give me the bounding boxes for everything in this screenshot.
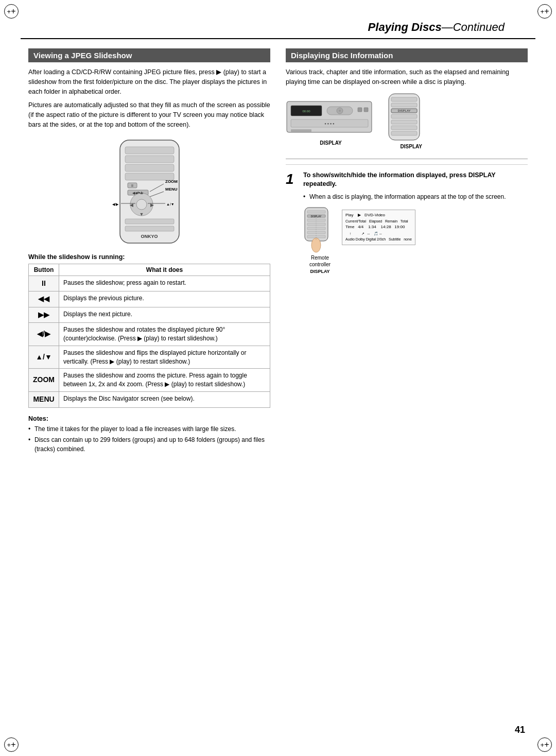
display-devices-area: 00:00 ● ● ● ● <box>286 91 528 149</box>
svg-rect-3 <box>125 164 174 171</box>
step-1-section: 1 To show/switch/hide the information di… <box>286 164 528 274</box>
svg-text:◀/▶: ◀/▶ <box>112 202 119 206</box>
main-content: Viewing a JPEG Slideshow After loading a… <box>0 48 556 455</box>
notes-section: Notes: The time it takes for the player … <box>28 415 270 454</box>
screen-info-content: Play ▶ DVD-Video Current/Total Elapsed R… <box>342 210 415 245</box>
display-label-remote: DISPLAY <box>401 144 422 149</box>
button-desc-rotate: Pauses the slideshow and rotates the dis… <box>59 323 270 346</box>
svg-text:DISPLAY: DISPLAY <box>311 215 322 218</box>
button-desc-next: Displays the next picture. <box>59 307 270 323</box>
svg-rect-38 <box>391 97 417 101</box>
svg-rect-1 <box>125 147 174 154</box>
display-label-device: DISPLAY <box>286 140 376 146</box>
table-row: ZOOM Pauses the slideshow and zooms the … <box>29 369 270 392</box>
svg-text:▲: ▲ <box>139 190 144 195</box>
svg-text:▶: ▶ <box>150 202 153 208</box>
table-row: ▶▶ Displays the next picture. <box>29 307 270 323</box>
table-row: II Pauses the slideshow; press again to … <box>29 276 270 291</box>
notes-title: Notes: <box>28 415 270 422</box>
svg-text:DISPLAY: DISPLAY <box>398 109 411 112</box>
section-divider <box>286 159 528 159</box>
controller-label: Remotecontroller <box>303 254 337 268</box>
svg-text:MENU: MENU <box>165 187 178 192</box>
svg-point-14 <box>136 199 147 210</box>
display-disc-header: Displaying Disc Information <box>286 48 528 62</box>
button-icon-next: ▶▶ <box>29 307 59 323</box>
right-column: Displaying Disc Information Various trac… <box>286 48 528 455</box>
screen-info-box: Play ▶ DVD-Video Current/Total Elapsed R… <box>342 207 415 245</box>
list-item: Discs can contain up to 299 folders (gro… <box>28 435 270 454</box>
svg-rect-36 <box>291 129 311 132</box>
svg-text:▼: ▼ <box>139 212 144 217</box>
reg-mark-tl: + <box>4 4 19 19</box>
page-header: Playing Discs—Continued <box>21 0 535 39</box>
remote-illustration-right: DISPLAY DISPLAY <box>386 91 422 149</box>
svg-rect-51 <box>307 219 325 221</box>
table-row: ◀◀ Displays the previous picture. <box>29 291 270 307</box>
step-content: To show/switch/hide the information disp… <box>303 171 528 274</box>
svg-rect-24 <box>125 226 174 231</box>
dvd-player-illustration: 00:00 ● ● ● ● <box>286 91 376 146</box>
svg-text:00:00: 00:00 <box>302 110 310 113</box>
button-desc-flip: Pauses the slideshow and flips the displ… <box>59 346 270 369</box>
button-icon-zoom: ZOOM <box>29 369 59 392</box>
remote-illustration: II ◀◀/▶▶ ZOOM MENU ▲ ▼ ◀ ▶ <box>28 138 270 246</box>
display-disc-intro: Various track, chapter and title informa… <box>286 67 528 87</box>
svg-rect-33 <box>364 108 368 112</box>
reg-mark-tr: + <box>537 4 552 19</box>
step-illustration: DISPLAY Remotec <box>303 207 528 274</box>
jpeg-slideshow-header: Viewing a JPEG Slideshow <box>28 48 270 62</box>
display-button-label: DISPLAY <box>303 269 337 274</box>
remote-svg: II ◀◀/▶▶ ZOOM MENU ▲ ▼ ◀ ▶ <box>110 138 189 246</box>
svg-rect-48 <box>307 211 325 213</box>
svg-rect-42 <box>391 120 417 124</box>
button-desc-prev: Displays the previous picture. <box>59 291 270 307</box>
jpeg-intro-p2: Pictures are automatically adjusted so t… <box>28 100 270 129</box>
remote-controller-mini: DISPLAY Remotec <box>303 207 337 274</box>
svg-rect-32 <box>358 108 362 112</box>
step-number: 1 <box>286 172 297 186</box>
button-icon-pause: II <box>29 276 59 291</box>
list-item: When a disc is playing, the information … <box>303 192 528 201</box>
svg-text:II: II <box>131 184 133 187</box>
button-icon-prev: ◀◀ <box>29 291 59 307</box>
jpeg-intro-p1: After loading a CD/CD-R/RW containing JP… <box>28 67 270 96</box>
svg-text:ZOOM: ZOOM <box>165 179 178 184</box>
reg-mark-bl: + <box>4 737 19 752</box>
left-column: Viewing a JPEG Slideshow After loading a… <box>28 48 270 455</box>
reg-mark-br: + <box>537 737 552 752</box>
button-desc-pause: Pauses the slideshow; press again to res… <box>59 276 270 291</box>
page-title: Playing Discs—Continued <box>368 21 505 34</box>
svg-text:ONKYO: ONKYO <box>141 234 158 239</box>
svg-point-31 <box>339 110 341 112</box>
svg-rect-2 <box>125 156 174 163</box>
svg-text:▲/▼: ▲/▼ <box>166 202 175 206</box>
list-item: The time it takes for the player to load… <box>28 424 270 434</box>
table-header-whatitdoes: What it does <box>59 264 270 276</box>
svg-text:◀: ◀ <box>129 202 133 208</box>
step-body-list: When a disc is playing, the information … <box>303 192 528 201</box>
svg-rect-43 <box>391 126 417 130</box>
table-row: MENU Displays the Disc Navigator screen … <box>29 392 270 408</box>
svg-rect-39 <box>391 103 417 107</box>
table-row: ◀/▶ Pauses the slideshow and rotates the… <box>29 323 270 346</box>
svg-rect-53 <box>307 227 325 230</box>
table-title: While the slideshow is running: <box>28 253 270 261</box>
svg-rect-55 <box>307 235 325 238</box>
svg-text:● ● ● ●: ● ● ● ● <box>324 122 335 125</box>
two-column-layout: Viewing a JPEG Slideshow After loading a… <box>28 48 528 455</box>
slideshow-controls-table: Button What it does II Pauses the slides… <box>28 264 270 408</box>
page-number: 41 <box>515 725 525 735</box>
notes-list: The time it takes for the player to load… <box>28 424 270 454</box>
svg-rect-54 <box>307 231 325 234</box>
button-icon-menu: MENU <box>29 392 59 408</box>
step-row: 1 To show/switch/hide the information di… <box>286 171 528 274</box>
button-desc-zoom: Pauses the slideshow and zooms the pictu… <box>59 369 270 392</box>
button-icon-flip: ▲/▼ <box>29 346 59 369</box>
svg-point-56 <box>311 238 321 252</box>
svg-rect-23 <box>125 219 174 224</box>
button-desc-menu: Displays the Disc Navigator screen (see … <box>59 392 270 408</box>
button-icon-rotate: ◀/▶ <box>29 323 59 346</box>
step-title: To show/switch/hide the information disp… <box>303 171 528 189</box>
table-header-button: Button <box>29 264 59 276</box>
